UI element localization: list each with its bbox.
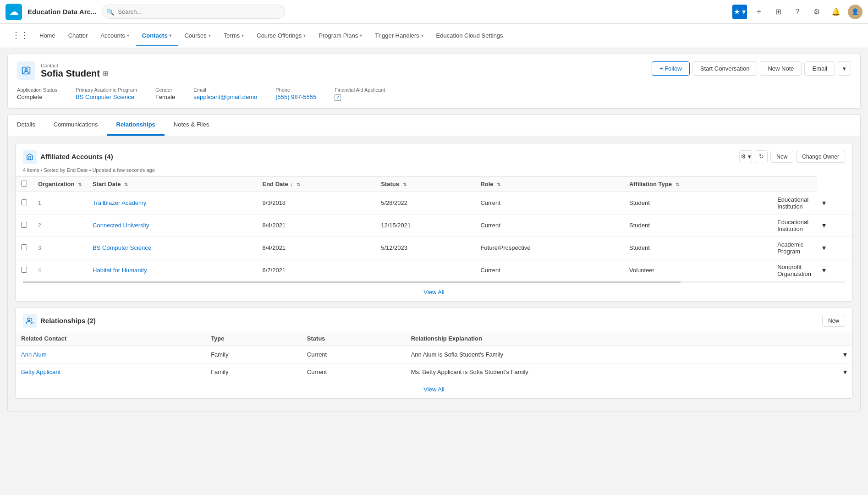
nav-tabs-bar: ⋮⋮ Home Chatter Accounts ▾ Contacts ▾ Co…: [0, 24, 868, 48]
row-checkbox-1[interactable]: [21, 222, 27, 228]
add-button[interactable]: ＋: [752, 5, 766, 19]
related-contact-link[interactable]: Betty Applicant: [21, 368, 60, 375]
row-start-date: 9/3/2018: [257, 192, 376, 214]
header-organization[interactable]: Organization ⇅: [33, 176, 87, 192]
affiliated-accounts-view-all-link[interactable]: View All: [423, 289, 444, 296]
field-email: Email sapplicant@gmail.demo: [193, 87, 257, 101]
email-button[interactable]: Email: [804, 61, 835, 76]
relationships-rows: Ann Alum Family Current Ann Alum is Sofi…: [16, 346, 852, 380]
sidebar-item-program-plans[interactable]: Program Plans ▾: [312, 26, 368, 46]
row-checkbox-2[interactable]: [21, 244, 27, 250]
tab-relationships[interactable]: Relationships: [107, 115, 165, 136]
organization-link[interactable]: Connected University: [93, 222, 149, 229]
tab-details[interactable]: Details: [8, 115, 44, 136]
row-end-date: 5/12/2023: [375, 236, 475, 259]
affiliated-accounts-change-owner-button[interactable]: Change Owner: [796, 151, 845, 163]
start-conversation-button[interactable]: Start Conversation: [692, 61, 758, 76]
row-status: Current: [475, 214, 624, 236]
header-role[interactable]: Role ⇅: [475, 176, 624, 192]
contact-header: Contact Sofia Student ⊞ + Follow Start C…: [7, 54, 861, 109]
row-status: Current: [302, 363, 406, 380]
sidebar-item-education-cloud[interactable]: Education Cloud Settings: [430, 26, 510, 46]
affiliated-accounts-meta: 4 items • Sorted by End Date • Updated a…: [16, 167, 852, 176]
affiliated-accounts-settings-button[interactable]: ⚙ ▾: [739, 150, 752, 163]
relationships-view-all-link[interactable]: View All: [423, 386, 444, 393]
row-num: 3: [33, 236, 87, 259]
row-dropdown-btn[interactable]: ▾: [817, 192, 852, 214]
nav-tab-waffle[interactable]: ⋮⋮: [7, 24, 33, 48]
follow-button[interactable]: + Follow: [652, 61, 690, 76]
row-status: Current: [302, 346, 406, 363]
relationships-table-header: Related Contact Type Status Relationship…: [16, 331, 852, 346]
sidebar-item-home[interactable]: Home: [33, 26, 62, 46]
row-checkbox-col: [16, 236, 33, 259]
row-num: 1: [33, 192, 87, 214]
sidebar-item-contacts[interactable]: Contacts ▾: [136, 26, 178, 46]
table-row: Ann Alum Family Current Ann Alum is Sofi…: [16, 346, 852, 363]
search-input[interactable]: [102, 5, 285, 19]
header-end-date[interactable]: End Date ↓ ⇅: [257, 176, 376, 192]
row-explanation: Ann Alum is Sofia Student's Family: [406, 346, 838, 363]
header-status[interactable]: Status ⇅: [375, 176, 475, 192]
header-start-date[interactable]: Start Date ⇅: [87, 176, 257, 192]
apps-button[interactable]: ⊞: [771, 5, 786, 19]
row-affiliation-type: Academic Program: [772, 236, 817, 259]
relationships-new-button[interactable]: New: [822, 315, 845, 327]
favorites-button[interactable]: ★ ▾: [732, 5, 747, 19]
header-actions-col: [772, 176, 817, 192]
row-checkbox-0[interactable]: [21, 199, 27, 205]
contact-type-label: Contact: [41, 63, 108, 68]
avatar[interactable]: 👤: [848, 5, 863, 19]
header-relationship-explanation: Relationship Explanation: [406, 331, 838, 346]
relationships-title: Relationships (2): [23, 314, 96, 328]
email-link[interactable]: sapplicant@gmail.demo: [193, 94, 257, 100]
related-contact-link[interactable]: Ann Alum: [21, 351, 47, 358]
relationships-header: Relationships (2) New: [16, 308, 852, 331]
sidebar-item-accounts[interactable]: Accounts ▾: [94, 26, 135, 46]
field-application-status: Application Status Complete: [17, 87, 57, 101]
affiliated-accounts-new-button[interactable]: New: [770, 151, 793, 163]
sidebar-item-courses[interactable]: Courses ▾: [178, 26, 217, 46]
row-rel-dropdown-btn[interactable]: ▾: [838, 346, 852, 363]
row-num: 4: [33, 259, 87, 281]
row-related-contact: Ann Alum: [16, 346, 205, 363]
primary-program-link[interactable]: BS Computer Science: [76, 94, 134, 100]
sidebar-item-trigger-handlers[interactable]: Trigger Handlers ▾: [368, 26, 429, 46]
bell-button[interactable]: 🔔: [829, 5, 843, 19]
svg-point-1: [25, 69, 27, 71]
relationships-table: Related Contact Type Status Relationship…: [16, 331, 852, 380]
relationships-actions: New: [822, 315, 845, 327]
field-gender: Gender Female: [155, 87, 175, 101]
more-actions-button[interactable]: ▾: [838, 61, 851, 76]
new-note-button[interactable]: New Note: [760, 61, 802, 76]
row-checkbox-3[interactable]: [21, 267, 27, 273]
tab-communications[interactable]: Communications: [44, 115, 107, 136]
sidebar-item-chatter[interactable]: Chatter: [62, 26, 94, 46]
header-affiliation-type[interactable]: Affiliation Type ⇅: [624, 176, 772, 192]
phone-link[interactable]: (555) 987-5555: [275, 94, 316, 100]
row-dropdown-btn[interactable]: ▾: [817, 214, 852, 236]
affiliated-accounts-refresh-button[interactable]: ↻: [755, 150, 768, 163]
row-status: Future/Prospective: [475, 236, 624, 259]
table-row: 2 Connected University 8/4/2021 12/15/20…: [16, 214, 852, 236]
salesforce-logo[interactable]: ☁: [5, 4, 22, 20]
tab-notes-files[interactable]: Notes & Files: [165, 115, 218, 136]
organization-link[interactable]: BS Computer Science: [93, 244, 151, 251]
row-dropdown-btn[interactable]: ▾: [817, 259, 852, 281]
settings-button[interactable]: ⚙: [809, 5, 824, 19]
header-type: Type: [205, 331, 302, 346]
sidebar-item-terms[interactable]: Terms ▾: [217, 26, 250, 46]
help-button[interactable]: ?: [790, 5, 805, 19]
relationships-section: Relationships (2) New Related Contact Ty…: [15, 307, 853, 399]
organization-link[interactable]: Habitat for Humanity: [93, 267, 147, 274]
row-num: 2: [33, 214, 87, 236]
row-rel-dropdown-btn[interactable]: ▾: [838, 363, 852, 380]
affiliated-accounts-table-header: Organization ⇅ Start Date ⇅ End Date ↓ ⇅…: [16, 176, 852, 192]
row-related-contact: Betty Applicant: [16, 363, 205, 380]
header-rel-actions: [838, 331, 852, 346]
organization-link[interactable]: Trailblazer Academy: [93, 199, 146, 206]
row-dropdown-btn[interactable]: ▾: [817, 236, 852, 259]
sidebar-item-course-offerings[interactable]: Course Offerings ▾: [250, 26, 312, 46]
row-role: Student: [624, 236, 772, 259]
select-all-checkbox[interactable]: [21, 181, 27, 187]
